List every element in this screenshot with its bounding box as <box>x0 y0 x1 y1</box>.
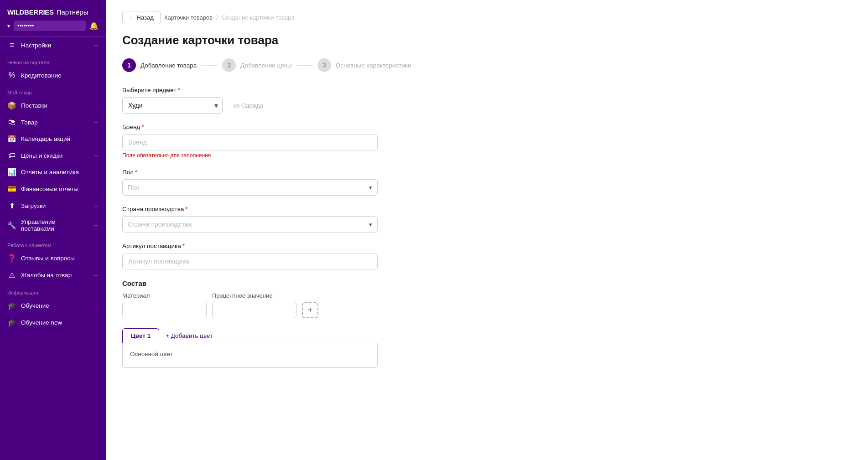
add-composition-button[interactable]: + <box>302 302 318 318</box>
article-input[interactable] <box>122 253 378 269</box>
training-new-icon: 🎓 <box>7 318 16 327</box>
account-chevron: ▾ <box>7 23 10 29</box>
sidebar-item-analytics[interactable]: 📊 Отчеты и аналитика <box>0 164 106 181</box>
page-title: Создание карточки товара <box>122 33 852 47</box>
arrow-icon: → <box>94 42 99 48</box>
subject-select[interactable]: Худи <box>122 97 223 114</box>
material-label: Материал <box>122 292 207 299</box>
sidebar-item-goods[interactable]: 🛍 Товар → <box>0 114 106 130</box>
supply-mgmt-icon: 🔧 <box>7 221 16 230</box>
main-color-label: Основной цвет <box>130 351 370 357</box>
brand-label: Бренд * <box>122 124 852 130</box>
main-content: ← Назад Карточки товаров / Создание карт… <box>106 0 868 460</box>
sidebar-item-training[interactable]: 🎓 Обучение → <box>0 297 106 314</box>
uploads-icon: ⬆ <box>7 202 16 210</box>
step-3-label: Основные характеристики <box>336 62 411 69</box>
required-mark: * <box>135 169 137 176</box>
subject-hint: из Одежда <box>234 102 263 109</box>
sidebar-item-label: Управление поставками <box>21 218 89 232</box>
sidebar-item-settings[interactable]: ≡ Настройки → <box>0 37 106 53</box>
sidebar-item-supplies[interactable]: 📦 Поставки → <box>0 97 106 114</box>
account-name: •••••••• <box>14 21 86 31</box>
sidebar-item-complaints[interactable]: ⚠ Жалобы на товар → <box>0 267 106 284</box>
sidebar-item-supply-mgmt[interactable]: 🔧 Управление поставками → <box>0 214 106 236</box>
sidebar-header: WILDBERRIES Партнёры ▾ •••••••• 🔔 <box>0 0 106 37</box>
sidebar-item-label: Поставки <box>21 102 89 109</box>
logo-wildberries: WILDBERRIES <box>7 8 54 16</box>
country-select[interactable] <box>122 216 378 233</box>
arrow-icon: → <box>94 103 99 109</box>
brand-input[interactable] <box>122 134 378 150</box>
supplies-icon: 📦 <box>7 101 16 110</box>
article-label: Артикул поставщика * <box>122 243 852 249</box>
sidebar: WILDBERRIES Партнёры ▾ •••••••• 🔔 ≡ Наст… <box>0 0 106 460</box>
required-mark: * <box>182 243 185 249</box>
country-group: Страна производства * ▾ Страна производс… <box>122 206 852 233</box>
color-panel: Основной цвет <box>122 343 378 368</box>
back-button[interactable]: ← Назад <box>122 11 161 24</box>
arrow-icon: → <box>94 119 99 125</box>
breadcrumb-link[interactable]: Карточки товаров <box>164 14 213 21</box>
sidebar-logo: WILDBERRIES Партнёры <box>7 8 99 16</box>
sidebar-item-uploads[interactable]: ⬆ Загрузки → <box>0 197 106 214</box>
percentage-input[interactable] <box>212 302 296 318</box>
step-1-label: Добавление товара <box>140 62 197 69</box>
section-work-client: Работа с клиентом <box>0 236 106 250</box>
sidebar-item-reviews[interactable]: ❓ Отзывы и вопросы <box>0 250 106 267</box>
content-area: ← Назад Карточки товаров / Создание карт… <box>106 0 868 460</box>
sidebar-item-label: Отчеты и аналитика <box>21 169 99 176</box>
step-dash-1 <box>201 65 218 66</box>
reviews-icon: ❓ <box>7 254 16 263</box>
calendar-icon: 📅 <box>7 134 16 143</box>
composition-row: Материал Процентное значение + <box>122 292 852 318</box>
gender-select[interactable] <box>122 179 378 196</box>
sidebar-item-credit[interactable]: % Кредитование <box>0 67 106 83</box>
financial-icon: 💳 <box>7 185 16 193</box>
complaints-icon: ⚠ <box>7 271 16 279</box>
brand-error: Поле обязательно для заполнения <box>122 152 852 159</box>
bell-icon[interactable]: 🔔 <box>89 21 99 30</box>
subject-group: Выберите предмет * Худи ▾ из Одежда <box>122 87 852 114</box>
arrow-icon: → <box>94 273 99 278</box>
country-select-wrapper: ▾ Страна производства <box>122 216 378 233</box>
section-new-portal: Новое на портале <box>0 53 106 67</box>
subject-label: Выберите предмет * <box>122 87 852 93</box>
brand-group: Бренд * Поле обязательно для заполнения <box>122 124 852 159</box>
sidebar-item-training-new[interactable]: 🎓 Обучение new <box>0 314 106 331</box>
sidebar-item-financial[interactable]: 💳 Финансовые отчеты <box>0 181 106 197</box>
gender-group: Пол * ▾ Пол <box>122 169 852 196</box>
sidebar-item-label: Календарь акций <box>21 135 99 142</box>
sidebar-item-label: Кредитование <box>21 72 99 79</box>
breadcrumb-separator: / <box>216 14 218 21</box>
percentage-label: Процентное значение <box>212 292 296 299</box>
section-my-goods: Мой товар <box>0 83 106 97</box>
required-mark: * <box>141 124 144 130</box>
sidebar-item-label: Настройки <box>21 42 89 49</box>
arrow-icon: → <box>94 222 99 228</box>
percentage-col: Процентное значение <box>212 292 296 318</box>
sidebar-item-label: Жалобы на товар <box>21 272 89 279</box>
material-input[interactable] <box>122 302 207 318</box>
logo-partners: Партнёры <box>57 8 88 16</box>
step-3: 3 Основные характеристики <box>317 58 411 72</box>
sidebar-item-prices[interactable]: 🏷 Цены и скидки → <box>0 147 106 164</box>
article-group: Артикул поставщика * <box>122 243 852 269</box>
step-3-circle: 3 <box>317 58 331 72</box>
goods-icon: 🛍 <box>7 118 16 126</box>
arrow-icon: → <box>94 203 99 209</box>
sidebar-item-label: Отзывы и вопросы <box>21 255 99 262</box>
breadcrumb: ← Назад Карточки товаров / Создание карт… <box>122 11 852 24</box>
country-label: Страна производства * <box>122 206 852 212</box>
required-mark: * <box>178 87 180 93</box>
breadcrumb-current: Создание карточки товара <box>222 14 295 21</box>
add-color-button[interactable]: + Добавить цвет <box>159 329 219 343</box>
sidebar-account[interactable]: ▾ •••••••• 🔔 <box>7 21 99 31</box>
step-2: 2 Добавление цены <box>222 58 291 72</box>
arrow-icon: → <box>94 153 99 158</box>
color-tabs: Цвет 1 + Добавить цвет <box>122 328 852 343</box>
arrow-icon: → <box>94 303 99 309</box>
gender-select-wrapper: ▾ Пол <box>122 179 378 196</box>
sidebar-item-label: Обучение new <box>21 319 99 326</box>
sidebar-item-calendar[interactable]: 📅 Календарь акций <box>0 130 106 147</box>
color-tab-1[interactable]: Цвет 1 <box>122 328 159 343</box>
